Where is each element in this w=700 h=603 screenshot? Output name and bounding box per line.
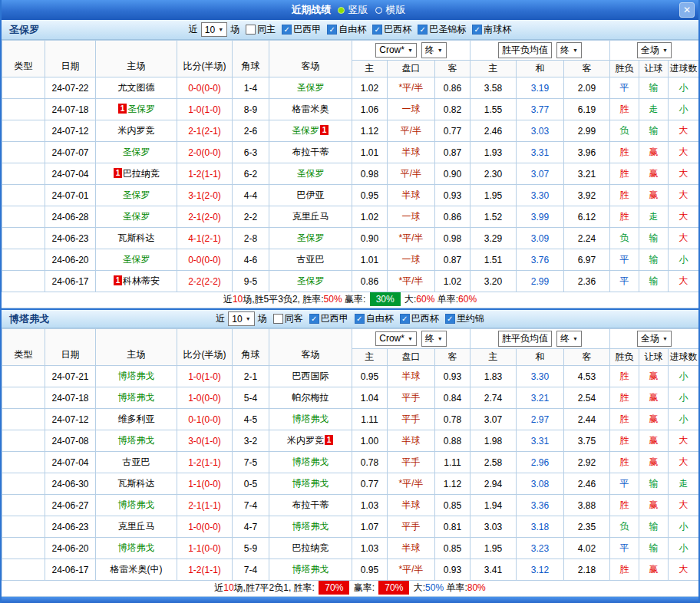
europe-home-odds: 1.95 xyxy=(471,185,517,206)
asian-away-odds: 0.87 xyxy=(435,142,471,163)
titlebar: 近期战绩 竖版 横版 ✕ xyxy=(2,0,698,20)
europe-home-odds: 1.94 xyxy=(471,495,517,516)
scope-select[interactable]: 全场▼ xyxy=(637,42,672,58)
asian-home-odds: 1.07 xyxy=(352,516,388,538)
europe-final-select[interactable]: 终▼ xyxy=(556,331,582,347)
europe-home-odds: 1.98 xyxy=(471,430,517,452)
europe-draw-odds: 3.07 xyxy=(517,163,564,185)
league-filter-checkbox[interactable]: ✓巴西甲 xyxy=(309,312,348,325)
summary-segment: 60% xyxy=(416,294,434,305)
score-cell: 1-0(0-0) xyxy=(177,387,233,409)
match-row: 巴西甲24-06-28圣保罗2-1(2-0)2-2克里丘马1.02一球0.861… xyxy=(2,206,699,228)
result-handicap: 输 xyxy=(639,473,669,495)
asian-final-select[interactable]: 终▼ xyxy=(421,331,447,347)
date-cell: 24-07-12 xyxy=(45,409,96,430)
europe-away-odds: 2.09 xyxy=(564,77,610,99)
summary-segment: 50% xyxy=(324,294,342,305)
match-row: 巴西甲24-06-171科林蒂安2-2(2-2)9-5圣保罗0.86*平/半1.… xyxy=(2,271,699,292)
asian-away-odds: 0.77 xyxy=(435,120,471,142)
checkbox-icon[interactable]: ✓ xyxy=(445,314,455,324)
asian-handicap: 平手 xyxy=(388,452,435,473)
away-team-name: 巴伊亚 xyxy=(297,189,325,200)
checkbox-icon[interactable]: ✓ xyxy=(400,314,410,324)
asian-home-odds: 1.03 xyxy=(352,495,388,516)
result-outcome: 胜 xyxy=(610,99,639,120)
result-goals: 小 xyxy=(669,77,699,99)
league-cell: 巴西甲 xyxy=(2,271,45,292)
europe-final-select[interactable]: 终▼ xyxy=(556,42,582,58)
bookmaker-select[interactable]: Crow*▼ xyxy=(375,43,417,58)
league-filter-checkbox[interactable]: ✓自由杯 xyxy=(327,23,366,36)
result-goals: 走 xyxy=(669,473,699,495)
league-filter-checkbox[interactable]: ✓巴西杯 xyxy=(400,312,439,325)
date-cell: 24-06-20 xyxy=(45,538,96,559)
league-filter-checkbox[interactable]: ✓巴圣锦标 xyxy=(418,23,466,36)
dropdown-arrow-icon: ▼ xyxy=(662,336,668,341)
column-header: 和 xyxy=(517,61,564,77)
checkbox-icon[interactable]: ✓ xyxy=(418,25,428,35)
league-cell: 巴西甲 xyxy=(2,430,45,452)
checkbox-icon[interactable]: ✓ xyxy=(355,314,365,324)
result-handicap: 输 xyxy=(639,77,669,99)
asian-handicap: *平/半 xyxy=(388,559,435,581)
red-card-badge: 1 xyxy=(325,435,333,445)
league-filter-checkbox[interactable]: ✓里约锦 xyxy=(445,312,484,325)
summary-segment: 70% xyxy=(319,581,349,595)
checkbox-icon[interactable]: ✓ xyxy=(282,25,292,35)
asian-away-odds: 0.90 xyxy=(435,163,471,185)
away-team-name: 帕尔梅拉 xyxy=(292,392,329,403)
scope-select[interactable]: 全场▼ xyxy=(637,331,672,347)
league-filter-checkbox[interactable]: ✓巴西甲 xyxy=(282,23,321,36)
away-team-cell: 博塔弗戈 xyxy=(269,516,352,538)
date-cell: 24-06-30 xyxy=(45,473,96,495)
result-goals: 小 xyxy=(669,516,699,538)
checkbox-icon[interactable] xyxy=(246,25,256,35)
league-filter-checkbox[interactable]: ✓自由杯 xyxy=(355,312,394,325)
column-header: 主场 xyxy=(96,329,177,366)
europe-average-box[interactable]: 胜平负均值 xyxy=(498,331,552,347)
asian-away-odds: 1.02 xyxy=(435,271,471,292)
checkbox-icon[interactable]: ✓ xyxy=(309,314,319,324)
checkbox-icon[interactable] xyxy=(273,314,283,324)
home-team-name: 博塔弗戈 xyxy=(118,542,155,553)
column-header: 胜负 xyxy=(610,61,639,77)
home-team-name: 克里丘马 xyxy=(118,521,155,532)
asian-final-select[interactable]: 终▼ xyxy=(421,42,447,58)
same-side-checkbox[interactable]: 同主 xyxy=(246,23,276,36)
horizontal-layout-label[interactable]: 横版 xyxy=(386,3,406,17)
result-outcome: 胜 xyxy=(610,387,639,409)
europe-home-odds: 3.29 xyxy=(471,228,517,249)
europe-draw-odds: 3.03 xyxy=(517,120,564,142)
vertical-layout-label[interactable]: 竖版 xyxy=(348,3,368,17)
near-label: 近 xyxy=(216,312,225,325)
checkbox-icon[interactable]: ✓ xyxy=(472,25,482,35)
away-team-cell: 博塔弗戈 xyxy=(269,452,352,473)
checkbox-icon[interactable]: ✓ xyxy=(327,25,337,35)
result-goals: 大 xyxy=(669,206,699,228)
league-cell: 巴西甲 xyxy=(2,559,45,581)
league-filter-checkbox[interactable]: ✓南球杯 xyxy=(472,23,511,36)
checkbox-icon[interactable]: ✓ xyxy=(372,25,382,35)
match-count-select[interactable]: 10▼ xyxy=(228,311,254,326)
europe-draw-odds: 3.99 xyxy=(517,206,564,228)
europe-average-box[interactable]: 胜平负均值 xyxy=(498,42,552,58)
match-count-select[interactable]: 10▼ xyxy=(201,22,227,37)
league-filter-checkbox[interactable]: ✓巴西杯 xyxy=(372,23,411,36)
match-row: 巴西甲24-06-30瓦斯科达1-1(0-0)0-5博塔弗戈0.77*平/半1.… xyxy=(2,473,699,495)
result-handicap: 赢 xyxy=(639,409,669,430)
europe-draw-odds: 2.97 xyxy=(517,409,564,430)
date-cell: 24-06-17 xyxy=(45,559,96,581)
score-cell: 0-1(0-0) xyxy=(177,409,233,430)
home-team-cell: 古亚巴 xyxy=(96,452,177,473)
summary-segment: 50% xyxy=(425,582,444,593)
league-filter-checkbox-label: 南球杯 xyxy=(484,23,511,36)
home-team-cell: 博塔弗戈 xyxy=(96,495,177,516)
bookmaker-select[interactable]: Crow*▼ xyxy=(375,331,417,346)
close-button[interactable]: ✕ xyxy=(679,2,695,18)
asian-home-odds: 0.78 xyxy=(352,452,388,473)
asian-home-odds: 1.04 xyxy=(352,387,388,409)
same-side-checkbox[interactable]: 同客 xyxy=(273,312,303,325)
vertical-layout-radio[interactable] xyxy=(338,7,345,14)
home-team-name: 古亚巴 xyxy=(123,456,150,467)
horizontal-layout-radio[interactable] xyxy=(375,7,382,14)
